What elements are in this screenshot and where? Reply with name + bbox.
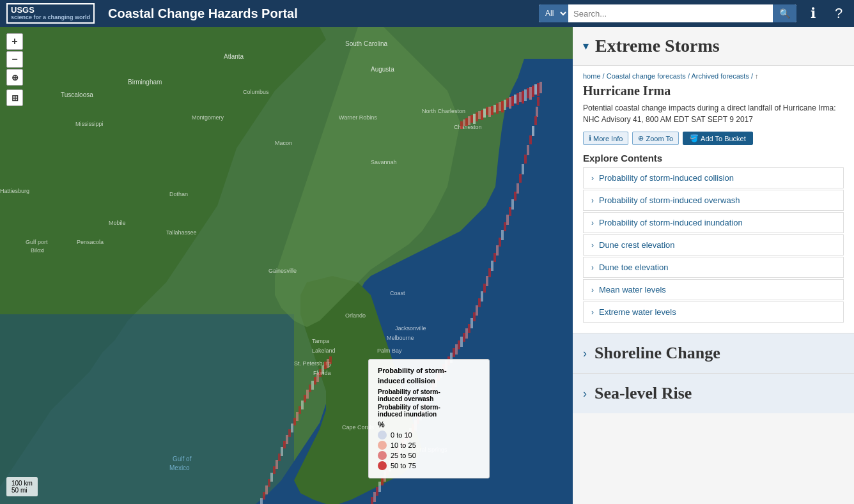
svg-rect-144 xyxy=(309,385,311,392)
svg-rect-142 xyxy=(314,377,316,385)
svg-rect-150 xyxy=(293,418,296,425)
shoreline-header[interactable]: › Shoreline Change xyxy=(573,333,854,373)
content-items: › Probability of storm-induced collision… xyxy=(583,167,844,323)
svg-rect-143 xyxy=(311,381,314,390)
svg-rect-156 xyxy=(278,454,281,461)
content-label-dune-crest: Dune crest elevation xyxy=(599,240,675,250)
svg-text:Tampa: Tampa xyxy=(312,338,329,344)
content-item-dune-toe[interactable]: › Dune toe elevation xyxy=(583,257,844,278)
svg-rect-50 xyxy=(493,105,496,112)
event-description: Potential coastal change impacts during … xyxy=(583,102,844,125)
svg-rect-65 xyxy=(532,86,534,97)
svg-rect-132 xyxy=(378,482,381,492)
sea-level-toggle[interactable]: › xyxy=(583,387,587,401)
svg-rect-141 xyxy=(316,373,319,382)
svg-text:Dothan: Dothan xyxy=(169,191,188,197)
sea-level-header[interactable]: › Sea-level Rise xyxy=(573,374,854,413)
svg-rect-56 xyxy=(509,97,511,109)
svg-rect-71 xyxy=(534,116,537,125)
bucket-icon: 🪣 xyxy=(690,134,699,142)
breadcrumb-archived[interactable]: Archived forecasts xyxy=(691,72,749,80)
content-label-mean-water: Mean water levels xyxy=(599,285,666,294)
svg-rect-40 xyxy=(468,116,470,125)
svg-text:Macon: Macon xyxy=(275,140,292,146)
content-label-collision: Probability of storm-induced collision xyxy=(599,173,734,183)
content-item-overwash[interactable]: › Probability of storm-induced overwash xyxy=(583,190,844,211)
chevron-dune-toe: › xyxy=(591,263,594,272)
location-button[interactable]: ⊕ xyxy=(6,69,23,86)
search-button[interactable]: 🔍 xyxy=(773,4,796,22)
extreme-storms-toggle[interactable]: ▾ xyxy=(583,39,589,53)
layers-button[interactable]: ⊞ xyxy=(6,89,23,106)
scale-km: 100 km xyxy=(12,480,33,487)
svg-rect-103 xyxy=(453,348,455,357)
svg-rect-155 xyxy=(281,447,283,456)
svg-rect-47 xyxy=(486,107,488,115)
event-title: Hurricane Irma xyxy=(583,84,844,98)
svg-text:Melbourne: Melbourne xyxy=(387,335,414,341)
extreme-storms-header[interactable]: ▾ Extreme Storms xyxy=(573,27,854,66)
svg-rect-102 xyxy=(455,344,458,355)
svg-rect-146 xyxy=(304,395,306,402)
svg-rect-137 xyxy=(327,359,329,368)
content-item-dune-crest[interactable]: › Dune crest elevation xyxy=(583,234,844,256)
svg-rect-79 xyxy=(514,192,516,201)
svg-rect-152 xyxy=(288,429,291,437)
scale-bar: 100 km 50 mi xyxy=(6,477,38,496)
svg-rect-46 xyxy=(483,109,486,118)
chevron-extreme-water: › xyxy=(591,308,594,317)
add-to-bucket-button[interactable]: 🪣 Add To Bucket xyxy=(683,132,753,145)
breadcrumb-forecasts[interactable]: Coastal change forecasts xyxy=(607,72,686,80)
zoom-icon: ⊕ xyxy=(638,134,644,142)
info-icon[interactable]: ℹ xyxy=(804,4,822,22)
legend-item-2: 25 to 50 xyxy=(378,451,480,460)
zoom-out-button[interactable]: − xyxy=(6,51,23,68)
svg-rect-74 xyxy=(527,145,529,155)
svg-text:Tuscaloosa: Tuscaloosa xyxy=(61,91,93,98)
chevron-overwash: › xyxy=(591,196,594,205)
svg-text:Hattiesburg: Hattiesburg xyxy=(0,188,29,194)
content-item-mean-water[interactable]: › Mean water levels xyxy=(583,279,844,300)
content-item-extreme-water[interactable]: › Extreme water levels xyxy=(583,302,844,323)
svg-rect-98 xyxy=(465,328,468,339)
svg-rect-140 xyxy=(319,369,322,377)
svg-text:Augusta: Augusta xyxy=(371,66,394,73)
svg-text:North Charleston: North Charleston xyxy=(422,108,465,114)
search-dropdown[interactable]: All xyxy=(539,4,568,22)
svg-text:Pensacola: Pensacola xyxy=(77,239,104,245)
svg-rect-48 xyxy=(488,107,491,117)
main: Birmingham Tuscaloosa Atlanta South Caro… xyxy=(0,27,854,504)
svg-rect-54 xyxy=(504,100,506,110)
content-item-collision[interactable]: › Probability of storm-induced collision xyxy=(583,167,844,188)
svg-rect-53 xyxy=(501,101,504,112)
svg-text:Gulf port: Gulf port xyxy=(26,239,48,245)
svg-rect-55 xyxy=(506,98,509,107)
content-item-inundation[interactable]: › Probability of storm-induced inundatio… xyxy=(583,212,844,233)
svg-rect-62 xyxy=(524,89,527,101)
scale-mi: 50 mi xyxy=(12,487,33,494)
shoreline-toggle[interactable]: › xyxy=(583,347,587,360)
svg-rect-64 xyxy=(529,87,532,100)
usgs-logo: USGS science for a changing world xyxy=(6,3,95,24)
svg-rect-149 xyxy=(296,412,299,421)
chevron-dune-crest: › xyxy=(591,241,594,250)
legend-swatch-2 xyxy=(378,451,387,460)
breadcrumb-home[interactable]: home xyxy=(583,72,601,80)
zoom-to-button[interactable]: ⊕ Zoom To xyxy=(632,132,679,145)
info-panel: home / Coastal change forecasts / Archiv… xyxy=(573,66,854,333)
info-icon-small: ℹ xyxy=(589,134,591,142)
more-info-button[interactable]: ℹ More Info xyxy=(583,132,628,145)
zoom-in-button[interactable]: + xyxy=(6,33,23,50)
svg-rect-63 xyxy=(527,88,529,98)
sea-level-title: Sea-level Rise xyxy=(594,384,692,403)
map-container[interactable]: Birmingham Tuscaloosa Atlanta South Caro… xyxy=(0,27,573,504)
svg-rect-39 xyxy=(465,118,468,126)
help-icon[interactable]: ? xyxy=(830,4,848,22)
svg-rect-44 xyxy=(478,111,481,119)
svg-rect-161 xyxy=(265,485,268,494)
svg-rect-90 xyxy=(486,276,488,286)
search-input[interactable] xyxy=(568,9,773,19)
svg-rect-43 xyxy=(476,112,478,121)
svg-rect-151 xyxy=(291,424,293,432)
svg-rect-135 xyxy=(371,497,373,504)
